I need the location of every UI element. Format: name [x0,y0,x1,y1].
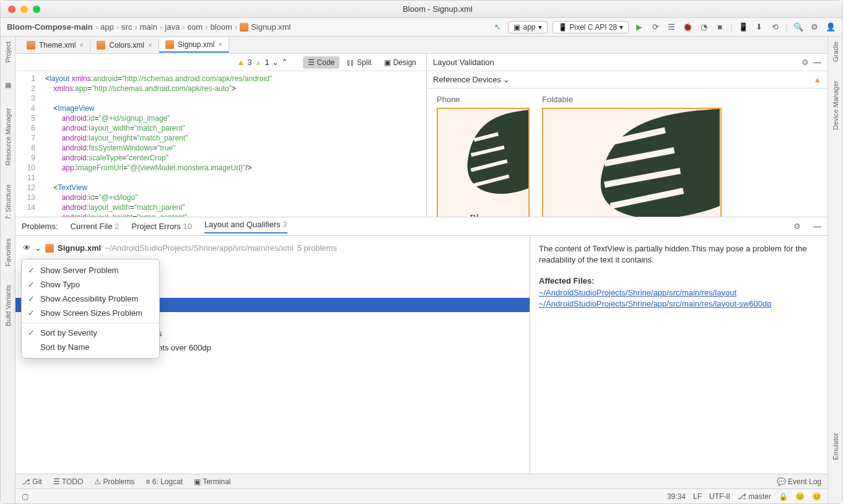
close-icon[interactable]: × [218,40,222,49]
minimize-window-icon[interactable] [20,6,28,13]
gear-icon[interactable]: ⚙ [802,58,809,67]
warning-icon[interactable]: ▲ [237,58,245,67]
right-tool-device-manager[interactable]: Device Manager [832,80,839,130]
tool-problems[interactable]: ⚠ Problems [94,477,134,486]
problems-file-row[interactable]: 👁 ⌄ Signup.xml ~/AndroidStudioProjects/S… [15,241,530,255]
xml-file-icon [97,41,105,50]
build-icon[interactable]: ↖ [492,22,503,33]
profiler-icon[interactable]: ◔ [698,22,709,33]
tool-terminal[interactable]: ▣ Terminal [194,477,230,486]
lock-icon[interactable]: 🔒 [779,492,788,501]
chevron-up-icon[interactable]: ⌃ [281,58,288,67]
chevron-down-icon[interactable]: ⌄ [272,58,279,67]
search-icon[interactable]: 🔍 [793,22,804,33]
account-icon[interactable]: 👤 [825,22,836,33]
context-menu: Show Server Problem Show Typo Show Acces… [21,259,160,358]
right-tool-emulator[interactable]: Emulator [832,433,839,460]
folder-icon[interactable]: ▦ [5,81,11,89]
sdk-icon[interactable]: ⬇ [754,22,765,33]
file-tab-theme[interactable]: Theme.xml× [20,38,90,52]
apply-changes-icon[interactable]: ⟳ [650,22,661,33]
settings-icon[interactable]: ⚙ [809,22,820,33]
run-button[interactable]: ▶ [634,22,645,33]
eye-icon[interactable]: 👁 [23,243,31,253]
view-mode-design[interactable]: ▣ Design [379,56,421,69]
right-tool-gradle[interactable]: Gradle [832,41,839,62]
left-tool-build-variants[interactable]: Build Variants [4,285,12,326]
file-tab-colors[interactable]: Colors.xml× [90,38,159,52]
code-editor[interactable]: ▲3 ▲1 ⌄ ⌃ ☰ Code ⫿⫿ Split ▣ Design 12345… [15,54,426,217]
affected-file-link[interactable]: ~/AndroidStudioProjects/Shrine/app/src/m… [539,298,819,310]
xml-file-icon [45,244,54,253]
cursor-position[interactable]: 39:34 [667,492,686,501]
leaf-icon [543,109,720,217]
preview-phone[interactable]: Bloom [437,108,530,217]
preview-foldable[interactable] [542,108,722,217]
bug-icon[interactable]: 🐞 [682,22,693,33]
file-tab-signup[interactable]: Signup.xml× [159,38,229,53]
menu-sort-name[interactable]: Sort by Name [22,340,159,354]
menu-sort-severity[interactable]: Sort by Severity [22,326,159,340]
tab-layout-qualifiers[interactable]: Layout and Qualifiers 3 [204,220,287,233]
tab-current-file[interactable]: Current File 2 [71,222,120,231]
xml-file-icon [165,40,174,49]
gear-icon[interactable]: ⚙ [793,222,801,231]
menu-show-server-problem[interactable]: Show Server Problem [22,263,159,277]
affected-file-link[interactable]: ~/AndroidStudioProjects/Shrine/app/src/m… [539,287,819,298]
left-tool-structure[interactable]: 7: Structure [4,185,12,220]
menu-show-typo[interactable]: Show Typo [22,277,159,292]
run-config-dropdown[interactable]: ▣ app ▾ [508,21,547,33]
close-icon[interactable]: × [79,41,84,50]
titlebar: Bloom - Signup.xml [1,1,842,18]
reference-devices-dropdown[interactable]: Reference Devices ⌄ [433,75,510,84]
file-tab-bar: Theme.xml× Colors.xml× Signup.xml× [15,37,828,54]
problem-detail-pane: The content of TextView is partially hid… [530,236,828,474]
statusbar: ▢ 39:34 LF UTF-8 ⎇ master 🔒 😐 😐 [15,489,828,503]
close-icon[interactable]: × [148,41,152,50]
menu-show-accessibility[interactable]: Show Accessibility Problem [22,292,159,306]
status-icon[interactable]: ▢ [22,492,28,501]
device-label-foldable: Foldable [542,95,722,104]
git-branch[interactable]: ⎇ master [738,492,771,501]
tab-project-errors[interactable]: Project Errors 10 [131,222,192,231]
code-text[interactable]: <layout xmlns:android="http://schemas.an… [40,71,277,217]
tool-event-log[interactable]: 💬 Event Log [777,477,821,486]
maximize-window-icon[interactable] [33,6,40,13]
bottom-tool-bar: ⎇ Git ☰ TODO ⚠ Problems ≡ 6: Logcat ▣ Te… [15,474,828,489]
minimize-icon[interactable]: — [813,222,821,231]
breadcrumb[interactable]: Bloom-Compose-main› app› src› main› java… [7,22,290,32]
line-separator[interactable]: LF [693,492,702,501]
tool-logcat[interactable]: ≡ 6: Logcat [146,477,183,486]
close-window-icon[interactable] [8,6,15,13]
encoding[interactable]: UTF-8 [709,492,730,501]
inspection-face-icon[interactable]: 😐 [812,492,821,501]
tool-todo[interactable]: ☰ TODO [53,477,84,486]
left-tool-project[interactable]: Project [4,41,12,63]
avd-icon[interactable]: 📱 [738,22,749,33]
left-tool-gutter: Project ▦ Resource Manager 7: Structure … [1,37,15,503]
device-dropdown[interactable]: 📱 Pixel C API 28 ▾ [553,21,629,33]
debug-icon[interactable]: ☰ [666,22,677,33]
view-mode-code[interactable]: ☰ Code [303,56,340,69]
left-tool-resource-manager[interactable]: Resource Manager [4,108,12,166]
window-title: Bloom - Signup.xml [40,4,835,14]
stop-icon[interactable]: ■ [714,22,725,33]
main-toolbar: Bloom-Compose-main› app› src› main› java… [1,18,842,37]
sync-icon[interactable]: ⟲ [770,22,781,33]
weak-warning-icon[interactable]: ▲ [255,58,263,67]
left-tool-favorites[interactable]: Favorites [4,238,12,266]
menu-divider [22,323,159,323]
chevron-down-icon[interactable]: ⌄ [35,243,41,253]
view-mode-split[interactable]: ⫿⫿ Split [342,56,376,69]
problems-label: Problems: [22,222,58,231]
warning-icon[interactable]: ▲ [813,75,821,84]
tool-git[interactable]: ⎇ Git [22,477,42,486]
menu-show-screen-sizes[interactable]: Show Screen Sizes Problem [22,306,159,320]
line-numbers: 1234567891011121314 [15,71,40,217]
inspection-face-icon[interactable]: 😐 [795,492,805,501]
minimize-icon[interactable]: — [813,58,821,67]
device-label-phone: Phone [437,95,530,104]
bloom-logo-text: Bloom [470,213,497,217]
leaf-icon [438,109,528,217]
layout-validation-title: Layout Validation [433,58,494,67]
